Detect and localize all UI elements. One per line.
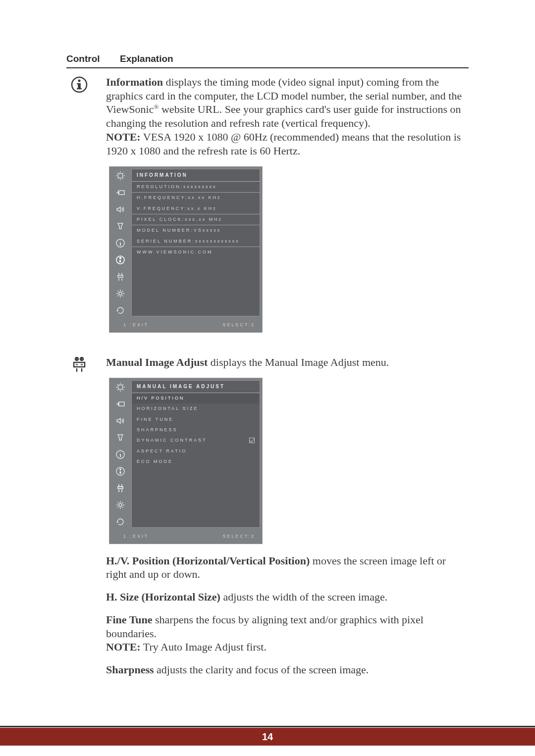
svg-rect-4 <box>77 88 82 89</box>
input-icon <box>115 399 125 409</box>
info-menu-icon <box>115 238 125 248</box>
osd-footer: 1 :EXIT SELECT:2 <box>109 318 262 332</box>
fine-tune-paragraph: Fine Tune sharpens the focus by aligning… <box>106 613 469 654</box>
setup-icon <box>115 289 125 299</box>
osd-title: INFORMATION <box>132 169 260 182</box>
input-icon <box>115 188 125 198</box>
svg-point-9 <box>119 257 121 259</box>
color-icon <box>115 221 125 231</box>
svg-point-19 <box>119 504 122 506</box>
osd-serial: SERIEL NUMBER:xxxxxxxxxxxx <box>132 236 260 247</box>
osd-icon-column <box>109 167 131 318</box>
osd-v-freq: V.FREQUENCY:xx.x KHz <box>132 203 260 214</box>
osd-mia-sharp: SHARPNESS <box>132 425 260 435</box>
osd-panel: INFORMATION RESOLUTION:xxxxxxxxx H.FREQU… <box>131 169 260 316</box>
osd-select-label: SELECT:2 <box>222 322 255 328</box>
audio-icon <box>115 204 125 214</box>
osd-mia-title: MANUAL IMAGE ADJUST <box>132 381 260 393</box>
osd-mia-hv: H/V POSITION <box>132 393 260 403</box>
note-label: NOTE: <box>106 131 141 143</box>
osd-exit-label: 1 :EXIT <box>123 322 149 328</box>
svg-point-1 <box>78 79 80 82</box>
information-paragraph: Information displays the timing mode (vi… <box>106 75 469 157</box>
info-icon <box>115 466 125 476</box>
setup-icon <box>115 500 125 510</box>
svg-rect-6 <box>119 191 124 195</box>
manual-adjust-icon <box>66 355 92 686</box>
manual-adjust-paragraph: Manual Image Adjust displays the Manual … <box>106 355 469 369</box>
osd-h-freq: H.FREQUENCY:xx.xx KHz <box>132 193 260 203</box>
svg-point-18 <box>120 469 121 470</box>
svg-point-14 <box>118 385 123 390</box>
svg-rect-15 <box>119 402 124 406</box>
osd-exit-label: 1 :EXIT <box>123 534 149 539</box>
color-icon <box>115 433 125 443</box>
osd-select-label: SELECT:2 <box>222 534 255 539</box>
osd-resolution: RESOLUTION:xxxxxxxxx <box>132 182 260 193</box>
manual-adj-icon <box>115 272 125 282</box>
page-content: Control Explanation Information displays… <box>0 0 535 686</box>
svg-point-5 <box>118 173 123 178</box>
registered-mark: ® <box>154 103 159 110</box>
audio-icon <box>115 416 125 426</box>
info-menu-icon <box>115 450 125 459</box>
osd-icon-column <box>109 378 131 530</box>
header-divider <box>66 67 469 68</box>
row-manual-image-adjust: Manual Image Adjust displays the Manual … <box>66 355 469 686</box>
reset-icon <box>115 305 125 315</box>
manual-adj-selected-icon <box>115 483 125 493</box>
information-description: Information displays the timing mode (vi… <box>106 75 469 343</box>
svg-point-10 <box>119 292 122 295</box>
info-icon <box>66 75 92 343</box>
hv-position-paragraph: H./V. Position (Horizontal/Vertical Posi… <box>106 554 469 581</box>
osd-model: MODEL NUMBER:VSxxxxx <box>132 225 260 236</box>
table-header: Control Explanation <box>66 53 469 67</box>
osd-information-figure: INFORMATION RESOLUTION:xxxxxxxxx H.FREQU… <box>109 166 263 332</box>
osd-manual-adjust-figure: MANUAL IMAGE ADJUST H/V POSITION HORIZON… <box>109 378 263 544</box>
sharpness-paragraph: Sharpness adjusts the clarity and focus … <box>106 663 469 677</box>
row-information: Information displays the timing mode (vi… <box>66 75 469 343</box>
col-explanation-header: Explanation <box>120 53 173 64</box>
osd-mia-hsize: HORIZONTAL SIZE <box>132 403 260 414</box>
page-number: 14 <box>262 731 273 743</box>
page-footer: 14 <box>0 728 535 746</box>
checkbox-on-icon <box>249 438 255 443</box>
col-control-header: Control <box>66 53 106 64</box>
osd-mia-eco: ECO MODE <box>132 456 260 467</box>
h-size-paragraph: H. Size (Horizontal Size) adjusts the wi… <box>106 590 469 604</box>
brightness-icon <box>115 382 125 392</box>
osd-panel: MANUAL IMAGE ADJUST H/V POSITION HORIZON… <box>131 380 260 528</box>
manual-adjust-description: Manual Image Adjust displays the Manual … <box>106 355 469 686</box>
osd-footer: 1 :EXIT SELECT:2 <box>109 530 262 543</box>
reset-icon <box>115 517 125 527</box>
osd-mia-dyn: DYNAMIC CONTRAST <box>132 435 260 446</box>
information-title: Information <box>106 76 163 88</box>
svg-rect-13 <box>74 362 85 367</box>
osd-url: WWW.VIEWSONIC.COM <box>132 247 260 257</box>
osd-mia-fine: FINE TUNE <box>132 414 260 425</box>
osd-pixel-clock: PIXEL CLOCK:xxx.xx MHz <box>132 214 260 225</box>
brightness-icon <box>115 171 125 181</box>
svg-rect-3 <box>77 83 80 84</box>
osd-mia-aspect: ASPECT RATIO <box>132 446 260 456</box>
info-selected-icon <box>115 255 125 265</box>
